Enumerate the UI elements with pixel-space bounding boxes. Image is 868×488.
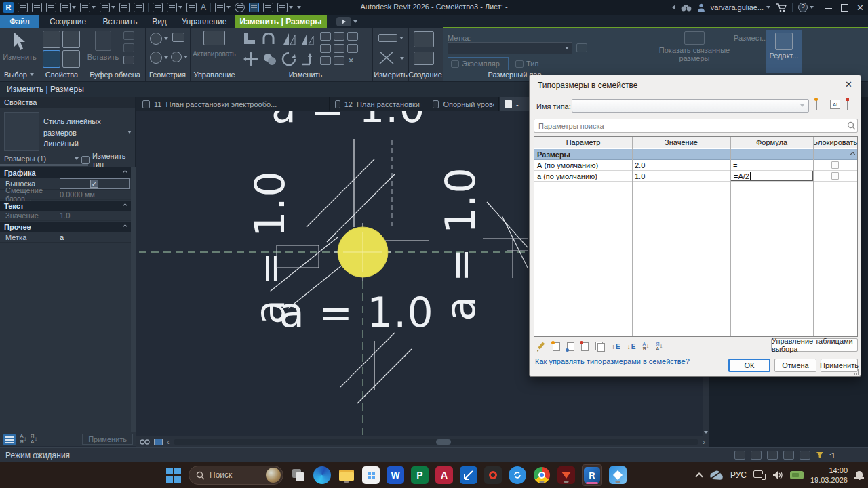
match-type-icon[interactable] <box>123 56 134 64</box>
sort-descending-icon[interactable]: ЯА↓ <box>31 434 38 445</box>
family-types-icon[interactable] <box>62 30 80 48</box>
delete-type-icon[interactable] <box>847 99 848 110</box>
cut-geometry-icon[interactable] <box>150 33 168 45</box>
close-button[interactable]: ✕ <box>856 3 864 13</box>
element-selector[interactable]: Размеры (1) <box>4 153 79 164</box>
autocad-icon[interactable]: A <box>435 466 453 484</box>
scale-icon[interactable] <box>334 44 344 53</box>
col-formula[interactable]: Формула <box>730 137 813 148</box>
param-formula-editing[interactable]: =A/2 <box>730 171 813 181</box>
panel-label-create[interactable]: Создание <box>408 70 442 79</box>
unpin-icon[interactable] <box>347 44 358 53</box>
type-name-combo[interactable] <box>572 99 809 113</box>
word-icon[interactable]: W <box>387 466 404 484</box>
screencast-icon[interactable] <box>336 17 357 26</box>
hidden-icons-chevron[interactable] <box>695 472 703 480</box>
param-formula[interactable]: = <box>730 160 813 170</box>
properties-header[interactable]: Свойства <box>0 97 135 108</box>
array-modify-icon[interactable] <box>320 44 331 53</box>
sort-ascending-icon[interactable]: АЯ↓ <box>20 434 27 445</box>
properties-palette-icon[interactable] <box>43 30 60 48</box>
rename-type-icon[interactable]: АІ <box>830 100 840 109</box>
panel-label-clipboard[interactable]: Буфер обмена <box>85 70 144 79</box>
param-row-a[interactable]: а (по умолчанию) 1.0 =A/2 <box>534 171 857 182</box>
edge-icon[interactable] <box>313 466 331 484</box>
copy-parameter-icon[interactable] <box>595 342 605 352</box>
rotate-icon[interactable] <box>281 51 297 67</box>
leader-checkbox[interactable]: ✓ <box>90 180 98 188</box>
tab-insert[interactable]: Вставить <box>96 15 144 28</box>
new-type-icon[interactable] <box>816 99 817 110</box>
panel-label-measure[interactable]: Измерить <box>373 70 408 79</box>
apply-button[interactable]: Применить <box>821 359 858 372</box>
scanner-app-icon[interactable] <box>460 466 477 484</box>
cope-icon[interactable] <box>172 33 184 42</box>
revit-taskbar-icon[interactable]: R <box>582 464 602 486</box>
trim-multiple-icon[interactable] <box>334 56 344 65</box>
move-parameter-down-icon[interactable]: ↓E <box>627 343 636 350</box>
tab-create[interactable]: Создание <box>41 15 95 28</box>
tab-modify-dimensions[interactable]: Изменить | Размеры <box>235 15 327 28</box>
param-lock[interactable] <box>813 171 857 181</box>
trim-corner-icon[interactable] <box>300 51 315 67</box>
ok-button[interactable]: ОК <box>728 359 770 372</box>
modify-cursor-icon[interactable] <box>11 31 27 52</box>
chrome-icon[interactable] <box>533 466 551 484</box>
edit-parameter-icon[interactable] <box>535 341 546 352</box>
microsoft-store-icon[interactable] <box>362 466 380 484</box>
design-options-icon[interactable] <box>751 451 762 460</box>
panel-label-modify[interactable]: Изменить <box>239 70 372 79</box>
family-category-icon[interactable] <box>43 50 60 68</box>
tab-file[interactable]: Файл <box>0 15 39 28</box>
search-daily-image[interactable] <box>266 468 281 483</box>
user-icon[interactable] <box>697 3 705 12</box>
measure-tool-icon[interactable] <box>378 34 403 42</box>
collapse-search-icon[interactable] <box>672 5 675 10</box>
join-geometry-icon[interactable] <box>150 52 168 64</box>
move-icon[interactable] <box>243 51 259 67</box>
file-explorer-icon[interactable] <box>338 466 355 484</box>
edit-witness-button[interactable]: Редакт... <box>766 30 802 73</box>
mirror-line-icon[interactable] <box>300 31 316 47</box>
cart-icon[interactable] <box>776 3 787 12</box>
scroll-left-icon[interactable]: ‹ <box>167 438 170 446</box>
panel-label-select[interactable]: Выбор <box>0 70 38 79</box>
split-icon[interactable] <box>320 32 331 41</box>
offset-icon[interactable] <box>262 33 278 46</box>
panel-label-geometry[interactable]: Геометрия <box>146 70 189 79</box>
help-menu[interactable]: ? <box>798 3 814 12</box>
manage-lookup-tables-button[interactable]: Управление таблицами выбора <box>771 338 858 352</box>
acrobat-icon[interactable] <box>484 466 502 484</box>
notifications-bell-icon[interactable] <box>854 470 864 480</box>
param-name[interactable]: А (по умолчанию) <box>534 160 632 170</box>
panel-label-control[interactable]: Управление <box>191 70 238 79</box>
lock-checkbox[interactable] <box>831 161 839 169</box>
param-name[interactable]: а (по умолчанию) <box>534 171 632 181</box>
panel-label-properties[interactable]: Свойства <box>39 70 84 79</box>
h-scroll-thumb[interactable] <box>436 439 451 445</box>
account-menu[interactable]: varvara.guliae... <box>711 3 770 12</box>
section-graphics[interactable]: Графика <box>0 167 131 178</box>
tab-view[interactable]: Вид <box>145 15 174 28</box>
param-value[interactable]: 2.0 <box>632 160 730 170</box>
tag-combo[interactable] <box>448 42 572 54</box>
paint-icon[interactable] <box>171 52 188 62</box>
exclude-options-icon[interactable] <box>800 451 810 460</box>
angle-measure-icon[interactable] <box>378 50 397 65</box>
help-link[interactable]: Как управлять типоразмерами в семействе? <box>535 357 690 365</box>
angle-caret[interactable] <box>400 57 404 60</box>
view-tab-1[interactable]: 11_План расстановки электрообо... <box>138 97 330 111</box>
properties-filter-icon[interactable] <box>3 434 16 445</box>
scroll-right-icon[interactable]: › <box>703 438 705 446</box>
param-lock[interactable] <box>813 160 857 170</box>
view-tab-3[interactable]: Опорный уровень <box>429 97 499 111</box>
onedrive-icon[interactable] <box>709 470 724 480</box>
move-parameter-up-icon[interactable]: ↑E <box>612 343 620 350</box>
palette-hscroll[interactable] <box>0 164 88 166</box>
language-indicator[interactable]: РУС <box>730 470 747 480</box>
lock-checkbox[interactable] <box>831 172 839 180</box>
new-parameter-icon[interactable] <box>553 342 560 351</box>
sync-app-icon[interactable] <box>509 466 526 484</box>
section-other[interactable]: Прочее <box>0 222 131 232</box>
dimension-pin-icon[interactable] <box>203 30 225 45</box>
